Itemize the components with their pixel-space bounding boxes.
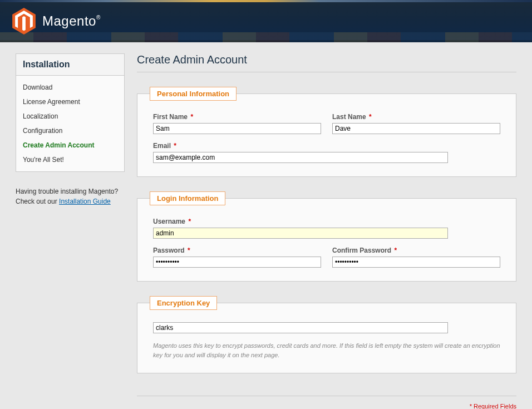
last-name-input[interactable] — [332, 123, 500, 134]
sidebar-item-configuration[interactable]: Configuration — [16, 124, 124, 138]
magento-logo-icon — [12, 8, 36, 35]
page-title: Create Admin Account — [137, 53, 516, 72]
brand-name: Magento® — [42, 13, 101, 29]
username-input[interactable] — [153, 228, 448, 239]
sidebar-item-license[interactable]: License Agreement — [16, 95, 124, 109]
email-label: Email * — [153, 142, 448, 150]
confirm-password-label: Confirm Password * — [332, 247, 500, 254]
form-footer: * Required Fields Continue — [137, 396, 516, 409]
encryption-hint: Magento uses this key to encrypt passwor… — [153, 341, 500, 359]
username-label: Username * — [153, 218, 448, 225]
sidebar-title: Installation — [16, 54, 124, 76]
svg-marker-2 — [22, 16, 26, 31]
email-input[interactable] — [153, 152, 448, 163]
fieldset-login-info: Login Information Username * Password * … — [137, 191, 516, 282]
help-line-1: Having trouble installing Magento? — [16, 188, 118, 195]
help-line-2-prefix: Check out our — [16, 198, 59, 205]
sidebar-steps-list: Download License Agreement Localization … — [16, 76, 124, 171]
legend-encryption-key: Encryption Key — [150, 296, 217, 310]
sidebar-item-download[interactable]: Download — [16, 80, 124, 95]
required-fields-note: * Required Fields — [137, 403, 516, 409]
installation-guide-link[interactable]: Installation Guide — [59, 198, 111, 205]
last-name-label: Last Name * — [332, 113, 500, 121]
confirm-password-input[interactable] — [332, 257, 500, 268]
password-input[interactable] — [153, 257, 321, 268]
sidebar-item-all-set[interactable]: You're All Set! — [16, 152, 124, 167]
help-text: Having trouble installing Magento? Check… — [16, 186, 125, 206]
encryption-key-input[interactable] — [153, 322, 448, 333]
sidebar: Installation Download License Agreement … — [16, 53, 125, 409]
logo: Magento® — [0, 0, 532, 42]
sidebar-item-create-admin[interactable]: Create Admin Account — [16, 138, 124, 152]
legend-personal-info: Personal Information — [150, 87, 237, 101]
fieldset-encryption-key: Encryption Key Magento uses this key to … — [137, 296, 516, 373]
password-label: Password * — [153, 247, 321, 254]
header: Magento® — [0, 0, 532, 42]
sidebar-item-localization[interactable]: Localization — [16, 109, 124, 124]
legend-login-info: Login Information — [150, 191, 225, 205]
first-name-label: First Name * — [153, 113, 321, 121]
main-content: Create Admin Account Personal Informatio… — [137, 53, 516, 409]
fieldset-personal-info: Personal Information First Name * Last N… — [137, 87, 516, 177]
first-name-input[interactable] — [153, 123, 321, 134]
sidebar-nav-box: Installation Download License Agreement … — [16, 53, 125, 172]
